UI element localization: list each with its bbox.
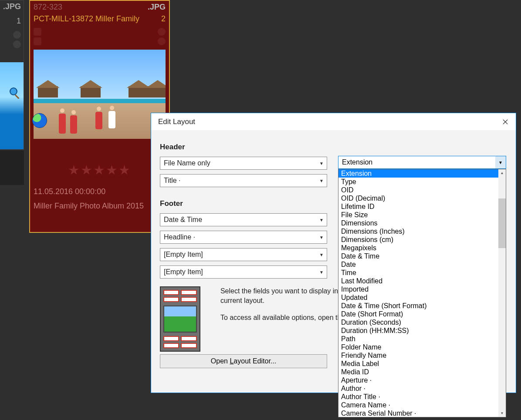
- info-icon: [13, 31, 21, 39]
- dropdown-option[interactable]: Dimensions (cm): [338, 235, 498, 244]
- close-button[interactable]: [495, 113, 516, 131]
- dropdown-option[interactable]: Aperture ·: [338, 376, 498, 384]
- combo-value: File Name only: [160, 159, 316, 167]
- file-index: 1: [0, 13, 24, 29]
- dropdown-option[interactable]: Camera Name ·: [338, 401, 498, 409]
- field-dropdown-list: ExtensionTypeOIDOID (Decimal)Lifetime ID…: [338, 169, 506, 417]
- header-field-1-combo[interactable]: File Name only ▼: [160, 157, 327, 170]
- thumb-status-icon: [158, 37, 166, 45]
- dropdown-option[interactable]: Lifetime ID: [338, 202, 498, 211]
- dropdown-option[interactable]: Date (Short Format): [338, 310, 498, 318]
- dropdown-option[interactable]: Media Label: [338, 360, 498, 368]
- dropdown-option[interactable]: Path: [338, 335, 498, 343]
- combo-value: Headline ·: [160, 233, 316, 241]
- dropdown-option[interactable]: Type: [338, 178, 498, 186]
- magnifier-icon: [9, 87, 21, 99]
- scrollbar[interactable]: ▲ ▼: [498, 169, 506, 417]
- dropdown-option[interactable]: File Size: [338, 211, 498, 219]
- file-extension: .JPG: [148, 3, 166, 12]
- file-name: PCT-MILL-13872 Miller Family: [34, 14, 139, 24]
- thumbnail-prev[interactable]: .JPG 1: [0, 0, 24, 150]
- dropdown-option[interactable]: Extension: [338, 169, 498, 178]
- shield-icon: [34, 28, 41, 36]
- dropdown-option[interactable]: Duration (HH:MM:SS): [338, 326, 498, 335]
- dropdown-option[interactable]: OID: [338, 186, 498, 194]
- chevron-down-icon: ▼: [316, 214, 327, 226]
- header-field-right-combo[interactable]: Extension ▼: [338, 156, 506, 169]
- dropdown-option[interactable]: Friendly Name: [338, 351, 498, 360]
- flag-icon: [34, 37, 41, 45]
- file-datetime: 11.05.2016 00:00:00: [30, 178, 169, 198]
- svg-rect-1: [15, 94, 20, 99]
- dropdown-option[interactable]: Duration (Seconds): [338, 318, 498, 326]
- header-section-label: Header: [160, 143, 507, 151]
- chevron-down-icon: ▼: [316, 266, 327, 278]
- footer-field-3-combo[interactable]: [Empty Item] ▼: [160, 248, 327, 261]
- dropdown-option[interactable]: Date & Time: [338, 252, 498, 260]
- open-layout-editor-button[interactable]: Open Layout Editor...: [160, 354, 327, 368]
- header-field-2-combo[interactable]: Title · ▼: [160, 174, 327, 187]
- file-headline: Miller Family Photo Album 2015: [30, 198, 169, 214]
- svg-point-0: [10, 88, 17, 95]
- dropdown-option[interactable]: Last Modified: [338, 277, 498, 285]
- panel-divider: [0, 150, 24, 185]
- scroll-down-button[interactable]: ▼: [498, 410, 506, 417]
- dropdown-option[interactable]: Date: [338, 260, 498, 269]
- combo-value: Date & Time: [160, 216, 316, 224]
- globe-icon: [32, 113, 47, 128]
- file-index: 2: [161, 14, 166, 24]
- dropdown-option[interactable]: Megapixels: [338, 244, 498, 252]
- chevron-down-icon: ▼: [316, 175, 327, 187]
- dialog-title: Edit Layout: [151, 118, 495, 126]
- scroll-track[interactable]: [498, 177, 506, 410]
- chevron-down-icon: ▼: [316, 157, 327, 169]
- dropdown-option[interactable]: OID (Decimal): [338, 194, 498, 202]
- combo-value: [Empty Item]: [160, 251, 316, 259]
- dropdown-option[interactable]: Camera Serial Number ·: [338, 409, 498, 417]
- dropdown-option[interactable]: Dimensions (Inches): [338, 227, 498, 235]
- chevron-down-icon: ▼: [316, 249, 327, 261]
- rating-stars[interactable]: ★★★★★: [30, 141, 169, 178]
- layout-preview-icon: [160, 286, 200, 352]
- footer-field-2-combo[interactable]: Headline · ▼: [160, 231, 327, 244]
- dropdown-option[interactable]: Author Title ·: [338, 393, 498, 401]
- color-label-icon: [158, 28, 166, 36]
- combo-value: Title ·: [160, 177, 316, 185]
- dropdown-option[interactable]: Time: [338, 269, 498, 277]
- thumbnail-image-partial: [0, 62, 24, 149]
- footer-field-4-combo[interactable]: [Empty Item] ▼: [160, 265, 327, 279]
- scroll-thumb[interactable]: [498, 198, 506, 248]
- file-extension: .JPG: [0, 0, 24, 13]
- combo-value: [Empty Item]: [160, 268, 316, 276]
- dropdown-option[interactable]: Author ·: [338, 384, 498, 393]
- dropdown-option[interactable]: Imported: [338, 285, 498, 293]
- dropdown-option[interactable]: Folder Name: [338, 343, 498, 351]
- combo-value: Extension: [338, 158, 495, 166]
- file-code: 872-323: [34, 3, 62, 12]
- footer-field-1-combo[interactable]: Date & Time ▼: [160, 213, 327, 226]
- thumbnail-image: [34, 50, 166, 139]
- scroll-up-button[interactable]: ▲: [498, 169, 506, 177]
- dropdown-option[interactable]: Date & Time (Short Format): [338, 302, 498, 310]
- thumbnail-selected[interactable]: 872-323 .JPG PCT-MILL-13872 Miller Famil…: [29, 0, 170, 233]
- status-icon: [13, 40, 21, 48]
- chevron-down-icon: ▼: [495, 156, 506, 168]
- dropdown-option[interactable]: Media ID: [338, 368, 498, 376]
- dropdown-option[interactable]: Dimensions: [338, 219, 498, 227]
- chevron-down-icon: ▼: [316, 231, 327, 243]
- dropdown-option[interactable]: Updated: [338, 293, 498, 302]
